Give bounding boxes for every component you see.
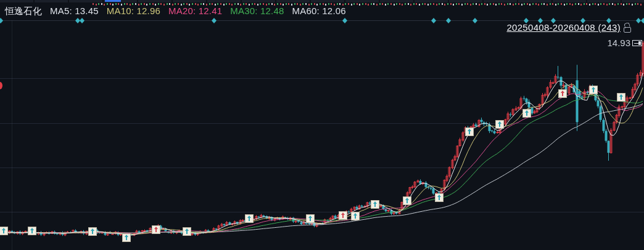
price-tag-icon[interactable] [632, 40, 642, 46]
ma30-label: MA30: [230, 6, 257, 16]
chart-legend: 恒逸石化 MA5: 13.45 MA10: 12.96 MA20: 12.41 … [5, 6, 346, 17]
ma60-legend: MA60: 12.06 [292, 6, 346, 17]
ma10-label: MA10: [107, 6, 134, 16]
ma5-legend: MA5: 13.45 [50, 6, 99, 17]
latest-price-value: 14.93 [607, 38, 630, 48]
ma20-value: 12.41 [199, 6, 223, 16]
candlestick-chart[interactable] [0, 0, 644, 250]
ma10-legend: MA10: 12.96 [107, 6, 160, 17]
date-range-control[interactable]: 20250408-20260408 (243) [506, 22, 632, 33]
ma20-legend: MA20: 12.41 [168, 6, 222, 17]
ma10-value: 12.96 [136, 6, 160, 16]
kline-chart-panel: 恒逸石化 MA5: 13.45 MA10: 12.96 MA20: 12.41 … [0, 0, 644, 250]
unlocked-padlock-icon[interactable] [624, 23, 632, 33]
ma5-value: 13.45 [75, 6, 99, 16]
ma5-label: MA5: [50, 6, 72, 16]
ma30-legend: MA30: 12.48 [230, 6, 284, 17]
date-range-label[interactable]: 20250408-20260408 (243) [506, 22, 621, 33]
stock-name: 恒逸石化 [5, 6, 42, 17]
ma30-value: 12.48 [260, 6, 284, 16]
ma60-value: 12.06 [322, 6, 346, 16]
upper-pane-edge [0, 0, 644, 2]
ma20-label: MA20: [168, 6, 196, 16]
latest-price-overlay: 14.93 [607, 38, 642, 48]
scrollbar-thumb[interactable] [105, 0, 121, 2]
ma60-label: MA60: [292, 6, 320, 16]
